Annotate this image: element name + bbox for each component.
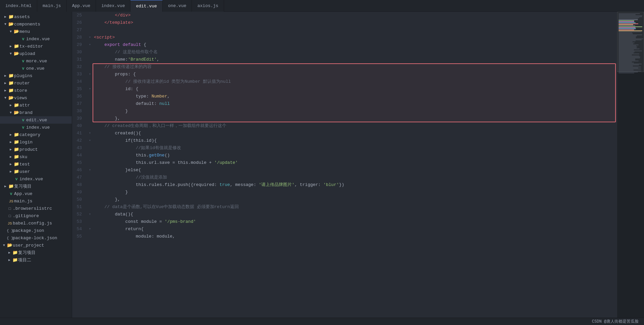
tab-index-html[interactable]: index.html bbox=[0, 0, 37, 12]
line-content: </template> bbox=[93, 19, 617, 26]
tab-app-vue[interactable]: App.vue bbox=[67, 0, 96, 12]
table-row: 55 module: module, bbox=[72, 233, 617, 240]
fold-icon[interactable] bbox=[87, 159, 93, 167]
sidebar-item-assets[interactable]: ▶ 📁 assets bbox=[0, 13, 72, 20]
code-token: // created生命周期，和入口一样，一加载组件就要运行这个 bbox=[94, 123, 226, 128]
sidebar-item-menu-index-vue[interactable]: V index.vue bbox=[0, 35, 72, 43]
collapse-arrow: ▶ bbox=[3, 74, 8, 78]
fold-icon[interactable]: ▾ bbox=[87, 137, 93, 144]
fold-icon[interactable] bbox=[87, 63, 93, 71]
line-content: if(this.id){ bbox=[93, 137, 617, 144]
fold-icon[interactable]: ▾ bbox=[87, 225, 93, 233]
sidebar-item-views-index-vue[interactable]: V index.vue bbox=[0, 175, 72, 183]
sidebar-item-attr[interactable]: ▶ 📁 attr bbox=[0, 102, 72, 109]
sidebar-item-edit-vue[interactable]: V edit.vue bbox=[0, 116, 72, 124]
fold-icon[interactable] bbox=[87, 152, 93, 159]
sidebar-item-project2[interactable]: ▶ 📁 项目二 bbox=[0, 256, 72, 264]
sidebar-item-user-review[interactable]: ▶ 📁 复习项目 bbox=[0, 249, 72, 256]
line-content: // 接收传递过来的内容 bbox=[93, 63, 617, 71]
fold-icon[interactable] bbox=[87, 78, 93, 85]
folder-icon: 📂 bbox=[8, 21, 14, 27]
code-token: } bbox=[94, 190, 128, 195]
minimap-line bbox=[619, 73, 634, 73]
sidebar-item-tx-editor[interactable]: ▶ 📁 tx-editor bbox=[0, 43, 72, 50]
sidebar-item-brand[interactable]: ▼ 📂 brand bbox=[0, 109, 72, 116]
sidebar-item-one-vue[interactable]: V one.vue bbox=[0, 65, 72, 72]
fold-icon[interactable]: ▾ bbox=[87, 130, 93, 137]
sidebar-item-login[interactable]: ▶ 📁 login bbox=[0, 138, 72, 146]
code-token: const module = bbox=[94, 219, 165, 224]
sidebar-item-store[interactable]: ▶ 📁 store bbox=[0, 87, 72, 94]
fold-icon[interactable]: ▾ bbox=[87, 34, 93, 41]
fold-icon[interactable] bbox=[87, 189, 93, 196]
line-content: // 接收传递过来的id 类型为Number 默认值为null bbox=[93, 78, 617, 85]
code-token: created(){ bbox=[94, 131, 141, 136]
sidebar-item-sku[interactable]: ▶ 📁 sku bbox=[0, 153, 72, 160]
sidebar-item-product[interactable]: ▶ 📁 product bbox=[0, 146, 72, 153]
tab-one-vue[interactable]: one.vue bbox=[163, 0, 192, 12]
sidebar-item-category[interactable]: ▶ 📁 category bbox=[0, 131, 72, 138]
fold-icon[interactable] bbox=[87, 56, 93, 63]
line-number: 28 bbox=[72, 34, 87, 41]
fold-icon[interactable] bbox=[87, 26, 93, 34]
sidebar-item-browserslistrc[interactable]: □ .browserslistrc bbox=[0, 205, 72, 212]
line-number: 46 bbox=[72, 167, 87, 174]
fold-icon[interactable] bbox=[87, 203, 93, 211]
fold-icon[interactable] bbox=[87, 218, 93, 225]
tab-edit-vue[interactable]: edit.vue bbox=[130, 0, 162, 12]
sidebar-item-app-vue[interactable]: V App.vue bbox=[0, 190, 72, 197]
sidebar-item-user-project[interactable]: ▼ 📂 user_project bbox=[0, 242, 72, 249]
tab-main-js[interactable]: main.js bbox=[37, 0, 67, 12]
fold-icon[interactable] bbox=[87, 174, 93, 181]
tab-index-vue[interactable]: index.vue bbox=[96, 0, 130, 12]
sidebar-item-package-lock-json[interactable]: { } package-lock.json bbox=[0, 234, 72, 242]
fold-icon[interactable] bbox=[87, 122, 93, 130]
fold-icon[interactable] bbox=[87, 49, 93, 56]
fold-icon[interactable] bbox=[87, 115, 93, 122]
sidebar-item-user[interactable]: ▶ 📁 user bbox=[0, 168, 72, 175]
sidebar-item-menu[interactable]: ▼ 📂 menu bbox=[0, 28, 72, 35]
fold-icon[interactable] bbox=[87, 108, 93, 115]
fold-icon[interactable]: ▾ bbox=[87, 41, 93, 49]
collapse-arrow: ▶ bbox=[3, 81, 8, 85]
minimap[interactable] bbox=[617, 12, 644, 318]
vue-file-icon: V bbox=[20, 118, 26, 123]
sidebar-item-router[interactable]: ▶ 📁 router bbox=[0, 79, 72, 87]
fold-icon[interactable] bbox=[87, 196, 93, 203]
sidebar-item-brand-index-vue[interactable]: V index.vue bbox=[0, 124, 72, 131]
sidebar-item-views[interactable]: ▼ 📂 views bbox=[0, 94, 72, 102]
fold-icon[interactable] bbox=[87, 19, 93, 26]
fold-icon[interactable]: ▾ bbox=[87, 85, 93, 93]
sidebar-item-plugins[interactable]: ▶ 📁 plugins bbox=[0, 72, 72, 79]
fold-icon[interactable] bbox=[87, 144, 93, 152]
tab-axios-js[interactable]: axios.js bbox=[192, 0, 224, 12]
editor-area[interactable]: 25 </div>26 </template>2728▾<script>29▾ … bbox=[72, 12, 617, 318]
sidebar-item-review-project[interactable]: ▶ 📁 复习项目 bbox=[0, 183, 72, 190]
fold-icon[interactable] bbox=[87, 12, 93, 19]
fold-icon[interactable] bbox=[87, 100, 93, 108]
json-file-icon: { } bbox=[7, 228, 13, 233]
fold-icon[interactable]: ▾ bbox=[87, 211, 93, 218]
code-token: }, bbox=[94, 197, 120, 202]
sidebar-item-package-json[interactable]: { } package.json bbox=[0, 227, 72, 234]
folder-icon: 📂 bbox=[13, 29, 19, 34]
line-number: 25 bbox=[72, 12, 87, 19]
sidebar-item-main-js[interactable]: JS main.js bbox=[0, 197, 72, 205]
table-row: 47 //没值就是添加 bbox=[72, 174, 617, 181]
sidebar-item-gitignore[interactable]: □ .gitignore bbox=[0, 212, 72, 219]
fold-icon[interactable] bbox=[87, 233, 93, 240]
sidebar-item-test[interactable]: ▶ 📁 test bbox=[0, 160, 72, 168]
sidebar-item-components[interactable]: ▼ 📂 components bbox=[0, 20, 72, 28]
fold-icon[interactable]: ▾ bbox=[87, 167, 93, 174]
sidebar-item-more-vue[interactable]: V more.vue bbox=[0, 57, 72, 65]
fold-icon[interactable] bbox=[87, 181, 93, 189]
line-content: return{ bbox=[93, 225, 617, 233]
collapse-arrow: ▶ bbox=[8, 162, 13, 166]
fold-icon[interactable] bbox=[87, 93, 93, 100]
bottom-bar-text: CSDN @唐人街都是苦瓜脸 bbox=[592, 319, 639, 324]
fold-icon[interactable]: ▾ bbox=[87, 71, 93, 78]
sidebar[interactable]: ▶ 📁 assets ▼ 📂 components ▼ 📂 menu V ind… bbox=[0, 12, 72, 318]
sidebar-item-upload[interactable]: ▼ 📂 upload bbox=[0, 50, 72, 57]
sidebar-item-babel-config[interactable]: JS babel.config.js bbox=[0, 219, 72, 227]
folder-icon: 📂 bbox=[8, 95, 14, 101]
